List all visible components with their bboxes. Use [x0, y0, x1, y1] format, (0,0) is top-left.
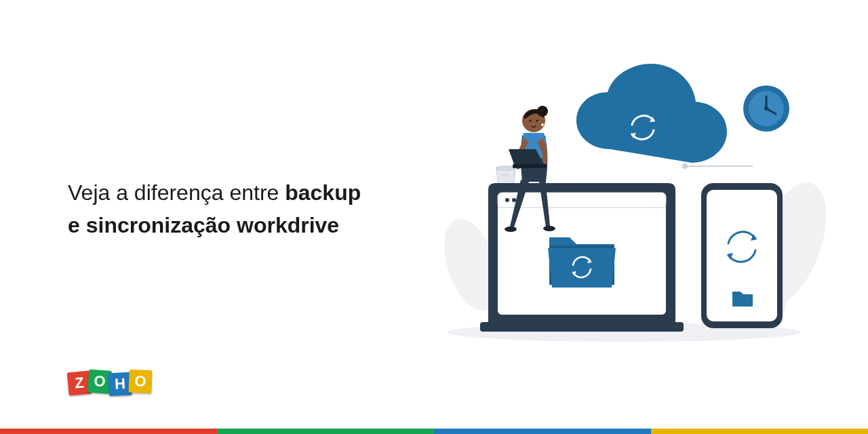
- title-line1-prefix: Veja a diferença entre: [68, 180, 285, 205]
- footer-stripe-yellow: [651, 429, 868, 434]
- svg-point-11: [496, 166, 515, 170]
- svg-rect-25: [513, 164, 547, 168]
- laptop-icon: [480, 183, 684, 332]
- page-title: Veja a diferença entre backup e sincroni…: [68, 176, 420, 241]
- svg-point-28: [529, 119, 531, 121]
- svg-point-10: [682, 163, 688, 169]
- svg-rect-13: [480, 322, 684, 332]
- title-line2-bold: e sincronização workdrive: [68, 213, 339, 237]
- title-line1-bold: backup: [285, 180, 361, 205]
- folder-sync-icon: [548, 237, 616, 288]
- svg-point-30: [541, 123, 544, 126]
- hero-illustration: [434, 61, 827, 346]
- footer-stripe-green: [217, 429, 434, 434]
- logo-letter-o2: O: [128, 370, 152, 393]
- svg-point-23: [505, 226, 517, 232]
- zoho-logo: Z O H O: [68, 370, 160, 393]
- svg-point-18: [512, 198, 516, 202]
- footer-color-bar: [0, 429, 868, 434]
- svg-point-8: [764, 106, 768, 111]
- svg-point-29: [536, 119, 538, 121]
- footer-stripe-red: [0, 429, 217, 434]
- svg-point-17: [505, 198, 509, 202]
- cloud-sync-icon: [576, 64, 727, 163]
- footer-stripe-blue: [434, 429, 651, 434]
- svg-point-24: [543, 226, 555, 231]
- phone-sync-icon: [701, 183, 783, 328]
- clock-icon: [743, 85, 789, 132]
